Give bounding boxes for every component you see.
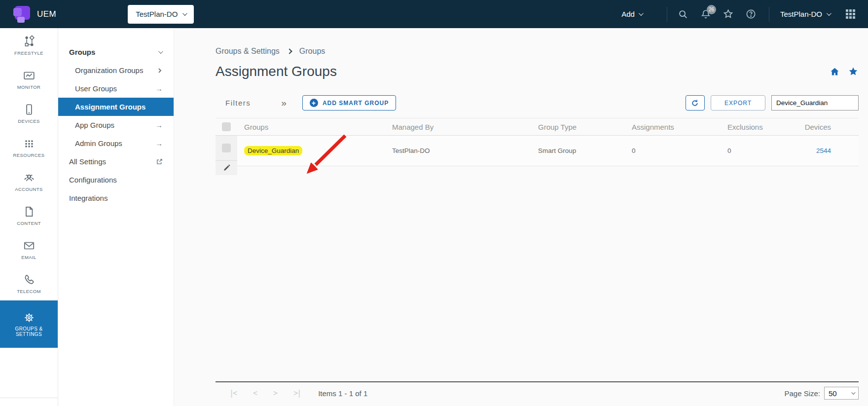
sidebar-item-label: ACCOUNTS (15, 186, 43, 192)
subnav-item-label: Admin Groups (75, 139, 122, 148)
page-size-label: Page Size: (784, 389, 820, 398)
notification-count-badge: 26 (707, 5, 716, 14)
last-page-button[interactable]: >| (293, 389, 300, 398)
arrow-right-icon: → (155, 139, 163, 148)
organization-group-selector[interactable]: TestPlan-DO (128, 5, 194, 24)
column-header-group-type[interactable]: Group Type (531, 123, 625, 131)
subnav-item-organization-groups[interactable]: Organization Groups (58, 61, 174, 79)
column-header-devices[interactable]: Devices (802, 123, 859, 131)
chevron-down-icon (639, 11, 644, 16)
search-icon[interactable] (677, 8, 689, 20)
breadcrumb: Groups & Settings Groups (216, 47, 859, 56)
sidebar-item-email[interactable]: EMAIL (0, 232, 58, 266)
plus-circle-icon: + (310, 99, 318, 107)
notifications-bell-icon[interactable]: 26 (700, 8, 712, 20)
column-header-assignments[interactable]: Assignments (625, 123, 721, 131)
sidebar-item-label: TELECOM (17, 289, 41, 294)
arrow-right-icon: → (155, 121, 163, 129)
first-page-button[interactable]: |< (229, 389, 236, 398)
home-icon[interactable] (830, 67, 840, 77)
previous-page-button[interactable]: < (253, 389, 256, 398)
content-icon (23, 205, 36, 218)
sidebar-divider (0, 398, 58, 406)
monitor-icon (23, 69, 36, 82)
next-page-button[interactable]: > (273, 389, 277, 398)
add-smart-group-button[interactable]: + ADD SMART GROUP (302, 95, 396, 111)
select-all-checkbox[interactable] (222, 122, 231, 131)
add-menu-button[interactable]: Add (621, 10, 642, 18)
telecom-icon (23, 273, 36, 286)
sidebar-item-devices[interactable]: DEVICES (0, 96, 58, 130)
column-header-groups[interactable]: Groups (237, 123, 385, 131)
sidebar-item-label: DEVICES (18, 118, 40, 124)
subnav-item-label: App Groups (75, 121, 114, 129)
subnav-item-label: User Groups (75, 84, 117, 93)
breadcrumb-groups-settings[interactable]: Groups & Settings (216, 47, 280, 56)
favorite-star-icon[interactable] (848, 66, 859, 77)
subnav-item-label: Configurations (69, 176, 117, 184)
refresh-button[interactable] (686, 95, 705, 111)
subnav-item-label: Integrations (69, 194, 108, 202)
sidebar-item-telecom[interactable]: TELECOM (0, 266, 58, 300)
edit-pencil-icon[interactable] (222, 161, 231, 175)
add-label: Add (621, 10, 635, 18)
subnav-header-groups[interactable]: Groups (58, 43, 174, 61)
favorites-star-icon[interactable] (723, 8, 734, 20)
account-name: TestPlan-DO (780, 10, 822, 18)
sidebar-item-freestyle[interactable]: FREESTYLE (0, 28, 58, 62)
pagination: |< < > >| (229, 389, 300, 398)
organization-group-label: TestPlan-DO (136, 10, 178, 18)
subnav-item-label: Organization Groups (75, 66, 143, 74)
sidebar-item-label: MONITOR (17, 84, 40, 90)
group-name-link[interactable]: Device_Guardian (244, 146, 302, 155)
subnav-item-label: All Settings (69, 157, 106, 166)
export-button[interactable]: EXPORT (711, 95, 765, 111)
filters-expand-icon[interactable]: » (281, 98, 287, 108)
row-action-cell (216, 136, 237, 175)
subnav-item-user-groups[interactable]: User Groups → (58, 79, 174, 98)
resources-icon (23, 137, 36, 150)
column-header-exclusions[interactable]: Exclusions (721, 123, 802, 131)
table-header-row: Groups Managed By Group Type Assignments… (216, 118, 859, 136)
chevron-down-icon (851, 390, 855, 394)
chevron-right-icon (287, 48, 292, 54)
managed-by-value: TestPlan-DO (385, 136, 531, 166)
table-row: Device_Guardian TestPlan-DO Smart Group … (216, 136, 859, 166)
assignments-value: 0 (625, 136, 721, 166)
subnav-item-configurations[interactable]: Configurations (58, 171, 174, 189)
sidebar-item-groups-settings[interactable]: GROUPS & SETTINGS (0, 300, 58, 348)
row-checkbox[interactable] (222, 144, 231, 152)
subnav-item-integrations[interactable]: Integrations (58, 189, 174, 207)
subnav-item-all-settings[interactable]: All Settings (58, 152, 174, 171)
grid-search-input[interactable] (771, 95, 859, 111)
sidebar-item-resources[interactable]: RESOURCES (0, 130, 58, 164)
grid-toolbar: Filters » + ADD SMART GROUP EXPORT (216, 95, 859, 111)
page-size-value: 50 (829, 389, 837, 398)
column-header-managed-by[interactable]: Managed By (385, 123, 531, 131)
sidebar-item-content[interactable]: CONTENT (0, 198, 58, 232)
chevron-right-icon (157, 68, 163, 74)
breadcrumb-groups[interactable]: Groups (299, 47, 325, 56)
account-menu-button[interactable]: TestPlan-DO (780, 10, 830, 18)
accounts-icon (23, 171, 36, 184)
sidebar-item-label: CONTENT (17, 221, 41, 226)
sidebar-item-monitor[interactable]: MONITOR (0, 62, 58, 96)
filters-toggle[interactable]: Filters (225, 99, 251, 107)
subnav-item-assignment-groups[interactable]: Assignment Groups (58, 98, 174, 116)
external-link-icon (156, 158, 163, 165)
subnav-item-admin-groups[interactable]: Admin Groups → (58, 134, 174, 152)
top-bar: UEM TestPlan-DO Add 26 Te (0, 0, 868, 28)
help-icon[interactable] (745, 8, 757, 20)
subnav-item-app-groups[interactable]: App Groups → (58, 116, 174, 134)
devices-count-link[interactable]: 2544 (816, 147, 831, 154)
page-size-select[interactable]: 50 (824, 387, 859, 400)
add-smart-group-label: ADD SMART GROUP (323, 100, 389, 107)
subnav-item-label: Assignment Groups (75, 103, 145, 111)
app-launcher-icon[interactable] (846, 9, 855, 19)
devices-icon (23, 103, 36, 116)
email-icon (23, 239, 36, 252)
page-title: Assignment Groups (216, 64, 337, 79)
subnav-header-label: Groups (69, 48, 95, 56)
sidebar-item-accounts[interactable]: ACCOUNTS (0, 164, 58, 198)
sidebar-item-label: EMAIL (21, 255, 36, 260)
